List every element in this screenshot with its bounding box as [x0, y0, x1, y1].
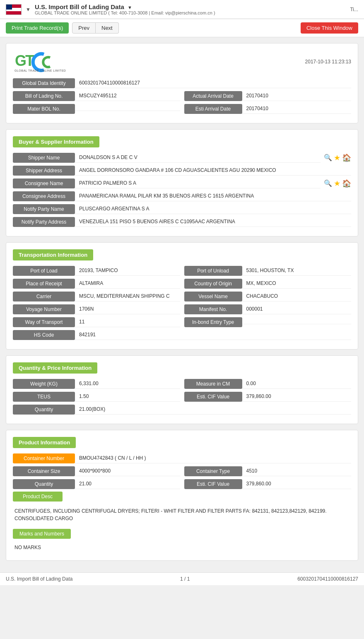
port-row: Port of Load 20193, TAMPICO Port of Unlo…: [13, 265, 351, 276]
notify-address-label: Notify Party Address: [13, 217, 75, 227]
weight-label: Weight (KG): [13, 379, 75, 389]
search-icon[interactable]: 🔍: [324, 154, 332, 162]
mater-bol-label: Mater BOL No.: [13, 104, 75, 114]
container-size-col: Container Size 4000*900*800: [13, 466, 180, 476]
next-button[interactable]: Next: [96, 22, 119, 34]
product-desc-label: Product Desc: [13, 492, 63, 502]
way-transport-value: 11: [75, 317, 180, 327]
port-unload-value: 5301, HOUSTON, TX: [242, 265, 352, 276]
container-size-label: Container Size: [13, 466, 75, 476]
shipper-icons: 🔍 ★ 🏠: [324, 153, 351, 162]
footer-right: 6003201704110000816127: [297, 576, 358, 582]
product-card: Product Information Container Number BMO…: [6, 430, 358, 561]
notify-name-value: PLUSCARGO ARGENTINA S A: [75, 204, 351, 214]
shipper-address-row: Shipper Address ANGEL DORRONSORO GANDARA…: [13, 165, 351, 176]
quantity-price-header: Quantity & Price Information: [13, 362, 97, 374]
star-icon[interactable]: ★: [334, 153, 340, 162]
transport-row: Way of Transport 11 In-bond Entry Type: [13, 317, 351, 327]
transportation-header: Transportation Information: [13, 249, 93, 260]
logo-row: G T GLOBAL TRADE ONLINE LIMITED 2017-10-…: [13, 50, 351, 73]
container-number-row: Container Number BMOU4742843 ( CN / L / …: [13, 453, 351, 463]
global-data-value: 6003201704110000816127: [75, 78, 351, 88]
container-type-col: Container Type 4510: [184, 466, 352, 476]
product-quantity-row: Quantity 21.00 Esti. CIF Value 379,860.0…: [13, 479, 351, 489]
top-bar-right: Ti...: [350, 7, 358, 12]
hs-code-row: HS Code 842191: [13, 330, 351, 340]
esti-cif-col: Esti. CIF Value 379,860.00: [184, 391, 352, 402]
print-button[interactable]: Print Trade Record(s): [6, 22, 69, 34]
global-data-label: Global Data Identity: [13, 78, 75, 88]
global-data-row: Global Data Identity 6003201704110000816…: [13, 78, 351, 88]
way-transport-label: Way of Transport: [13, 317, 75, 327]
company-subtitle: GLOBAL TRADE ONLINE LIMITED ( Tel: 400-7…: [35, 10, 346, 15]
consignee-address-label: Consignee Address: [13, 191, 75, 201]
page-title: U.S. Import Bill of Lading Data ▼: [35, 3, 346, 10]
voyage-value: 1706N: [75, 304, 180, 314]
flag-dropdown[interactable]: ▼: [26, 7, 31, 12]
consignee-icons: 🔍 ★ 🏠: [324, 179, 351, 188]
teus-row: TEUS 1.50 Esti. CIF Value 379,860.00: [13, 391, 351, 402]
manifest-label: Manifest No.: [184, 304, 242, 314]
measure-col: Measure in CM 0.00: [184, 379, 352, 389]
shipper-name-label: Shipper Name: [13, 153, 75, 163]
svg-text:GLOBAL TRADE ONLINE LIMITED: GLOBAL TRADE ONLINE LIMITED: [14, 69, 66, 72]
vessel-col: Vessel Name CHACABUCO: [184, 291, 352, 301]
product-desc-text: CENTRIFUGES, INCLUDING CENTRIFUGAL DRYER…: [13, 504, 351, 526]
inbond-value: [242, 320, 352, 324]
marks-label-row: Marks and Numbers: [13, 529, 351, 539]
close-button[interactable]: Close This Window: [301, 22, 358, 34]
product-quantity-label: Quantity: [13, 479, 75, 489]
main-content: G T GLOBAL TRADE ONLINE LIMITED 2017-10-…: [0, 37, 364, 572]
bol-left: Bill of Lading No. MSCUZY495112: [13, 91, 180, 101]
quantity-value: 21.00(BOX): [75, 404, 351, 415]
port-load-value: 20193, TAMPICO: [75, 265, 180, 276]
notify-address-value: VENEZUELA 151 PISO 5 BUENOS AIRES C C109…: [75, 217, 351, 227]
carrier-label: Carrier: [13, 292, 75, 301]
hs-code-label: HS Code: [13, 330, 75, 340]
mater-bol-left: Mater BOL No.: [13, 104, 180, 114]
top-bar-info: U.S. Import Bill of Lading Data ▼ GLOBAL…: [35, 3, 346, 15]
consignee-star-icon[interactable]: ★: [334, 179, 340, 188]
bol-row: Bill of Lading No. MSCUZY495112 Actual A…: [13, 91, 351, 101]
port-unload-col: Port of Unload 5301, HOUSTON, TX: [184, 265, 352, 276]
mater-bol-row: Mater BOL No. Esti Arrival Date 20170410: [13, 104, 351, 114]
consignee-name-row: Consignee Name PATRICIO PALMERO S A 🔍 ★ …: [13, 178, 351, 188]
toolbar: Print Trade Record(s) Prev Next Close Th…: [0, 19, 364, 37]
bol-label: Bill of Lading No.: [13, 91, 75, 101]
record-datetime: 2017-10-13 11:23:13: [305, 59, 351, 65]
bol-right: Actual Arrival Date 20170410: [184, 91, 352, 101]
voyage-label: Voyage Number: [13, 304, 75, 314]
footer-left: U.S. Import Bill of Lading Data: [6, 576, 72, 582]
product-quantity-value: 21.00: [75, 479, 180, 489]
logo-svg: G T GLOBAL TRADE ONLINE LIMITED: [13, 50, 67, 73]
header-card: G T GLOBAL TRADE ONLINE LIMITED 2017-10-…: [6, 43, 358, 123]
voyage-col: Voyage Number 1706N: [13, 304, 180, 314]
voyage-row: Voyage Number 1706N Manifest No. 000001: [13, 304, 351, 314]
consignee-home-icon[interactable]: 🏠: [342, 179, 351, 188]
country-origin-value: MX, MEXICO: [242, 278, 352, 289]
notify-address-row: Notify Party Address VENEZUELA 151 PISO …: [13, 217, 351, 227]
teus-value: 1.50: [75, 391, 180, 402]
hs-code-value: 842191: [75, 330, 351, 340]
transportation-card: Transportation Information Port of Load …: [6, 242, 358, 350]
weight-value: 6,331.00: [75, 379, 180, 389]
prev-button[interactable]: Prev: [72, 22, 96, 34]
consignee-address-value: PANAMERICANA RAMAL PILAR KM 35 BUENOS AI…: [75, 191, 351, 201]
container-size-row: Container Size 4000*900*800 Container Ty…: [13, 466, 351, 476]
esti-cif-value: 379,860.00: [242, 391, 352, 402]
consignee-search-icon[interactable]: 🔍: [324, 179, 332, 187]
top-bar: ▼ U.S. Import Bill of Lading Data ▼ GLOB…: [0, 0, 364, 19]
shipper-address-label: Shipper Address: [13, 166, 75, 176]
transport-col: Way of Transport 11: [13, 317, 180, 327]
esti-arrival-value: 20170410: [242, 104, 352, 114]
esti-arrival-label: Esti Arrival Date: [184, 104, 242, 114]
vessel-name-value: CHACABUCO: [242, 291, 352, 301]
container-type-value: 4510: [242, 466, 352, 476]
home-icon[interactable]: 🏠: [342, 153, 351, 162]
marks-label: Marks and Numbers: [13, 529, 71, 539]
carrier-col: Carrier MSCU, MEDITERRANEAN SHIPPING C: [13, 291, 180, 301]
measure-value: 0.00: [242, 379, 352, 389]
quantity-price-card: Quantity & Price Information Weight (KG)…: [6, 355, 358, 424]
container-type-label: Container Type: [184, 466, 242, 476]
shipper-address-value: ANGEL DORRONSORO GANDARA # 106 CD AGUASC…: [75, 165, 351, 176]
